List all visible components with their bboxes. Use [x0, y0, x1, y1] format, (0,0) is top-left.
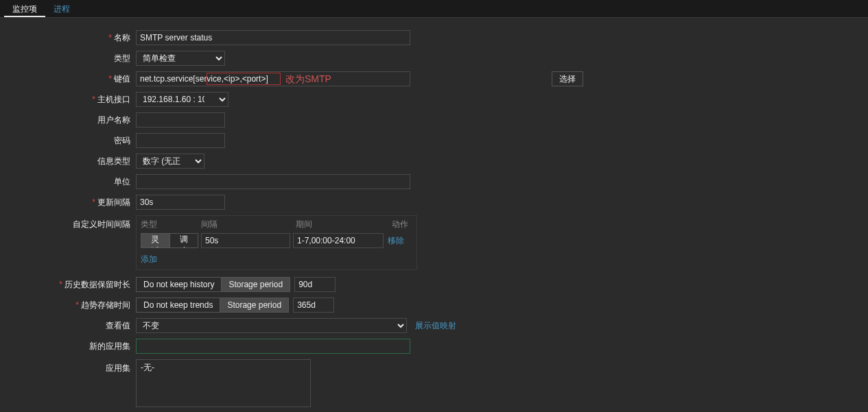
apps-listbox[interactable]: -无-	[136, 359, 311, 407]
apps-option-none[interactable]: -无-	[139, 361, 307, 374]
label-view-value: 查看值	[106, 321, 130, 330]
label-history: 历史数据保留时长	[59, 280, 130, 289]
interval-remove-link[interactable]: 移除	[388, 235, 404, 247]
label-key: 键值	[108, 74, 130, 84]
label-new-app: 新的应用集	[89, 341, 130, 351]
update-interval-input[interactable]	[136, 195, 225, 210]
new-app-input[interactable]	[136, 339, 410, 354]
show-value-mapping-link[interactable]: 展示值映射	[415, 320, 456, 332]
history-no-keep-button[interactable]: Do not keep history	[136, 277, 222, 292]
label-host-interface: 主机接口	[92, 95, 130, 104]
seg-flexible[interactable]: 灵活	[141, 234, 170, 247]
label-password: 密码	[114, 136, 130, 145]
unit-input[interactable]	[136, 174, 410, 189]
seg-scheduled[interactable]: 调度	[170, 234, 198, 247]
history-value-input[interactable]	[294, 277, 336, 292]
name-input[interactable]	[136, 30, 410, 45]
form-tabs: 监控项 进程	[0, 0, 868, 18]
custom-intervals-panel: 类型 间隔 期间 动作 灵活 调度 移除 添加	[136, 215, 417, 270]
host-interface-select[interactable]: 192.168.1.60 : 10050	[136, 92, 228, 107]
password-input[interactable]	[136, 133, 225, 148]
trends-no-keep-button[interactable]: Do not keep trends	[136, 298, 220, 313]
label-info-type: 信息类型	[97, 156, 130, 166]
label-type: 类型	[114, 53, 130, 63]
col-header-interval: 间隔	[201, 219, 296, 230]
tab-process[interactable]: 进程	[45, 0, 78, 17]
history-button-group: Do not keep history Storage period	[136, 277, 290, 292]
col-header-type: 类型	[141, 219, 201, 230]
label-username: 用户名称	[97, 115, 130, 125]
interval-period-input[interactable]	[293, 233, 384, 248]
label-trends: 趋势存储时间	[75, 300, 130, 310]
col-header-period: 期间	[296, 219, 392, 230]
username-input[interactable]	[136, 112, 225, 128]
trends-storage-button[interactable]: Storage period	[220, 298, 289, 313]
tab-monitor-item[interactable]: 监控项	[4, 0, 45, 17]
type-select[interactable]: 简单检查	[136, 51, 225, 66]
select-key-button[interactable]: 选择	[552, 71, 583, 86]
interval-type-segment: 灵活 调度	[141, 233, 198, 248]
form-area: 名称 类型 简单检查 键值 改为SMTP 选择 主机接口 192.168.1.6…	[0, 18, 868, 412]
label-update-interval: 更新间隔	[92, 197, 130, 207]
label-custom-intervals: 自定义时间间隔	[73, 219, 130, 229]
history-storage-button[interactable]: Storage period	[221, 277, 290, 292]
col-header-action: 动作	[392, 219, 408, 230]
label-apps: 应用集	[106, 363, 130, 373]
interval-add-link[interactable]: 添加	[141, 254, 157, 264]
trends-value-input[interactable]	[293, 298, 334, 313]
trends-button-group: Do not keep trends Storage period	[136, 298, 289, 313]
key-input[interactable]	[136, 71, 410, 86]
label-name: 名称	[108, 33, 130, 43]
label-unit: 单位	[114, 177, 130, 186]
info-type-select[interactable]: 数字 (无正负)	[136, 154, 204, 169]
interval-value-input[interactable]	[201, 233, 290, 248]
view-value-select[interactable]: 不变	[136, 318, 407, 333]
